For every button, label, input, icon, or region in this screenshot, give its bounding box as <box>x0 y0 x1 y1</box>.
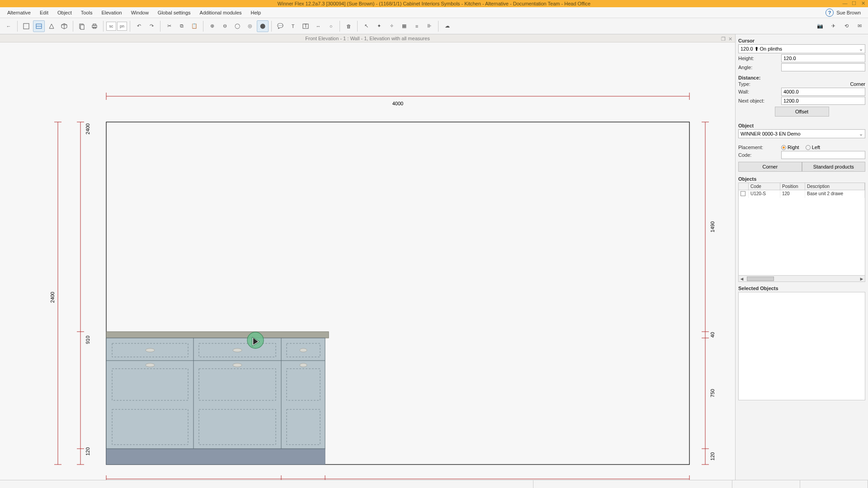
close-icon[interactable]: ✕ <box>860 0 866 6</box>
tool-plan-icon[interactable] <box>20 20 32 32</box>
menu-alternative[interactable]: Alternative <box>3 9 35 17</box>
scroll-thumb[interactable] <box>747 277 774 281</box>
render-icon[interactable]: ☁ <box>441 20 453 32</box>
tool-perspective-icon[interactable] <box>46 20 57 32</box>
zoom-fit-icon[interactable]: ◎ <box>244 20 256 32</box>
maximize-icon[interactable]: ☐ <box>851 0 857 6</box>
drawing-canvas[interactable]: 4000 2400 2400 910 120 1490 <box>0 42 735 480</box>
view-close-icon[interactable]: ✕ <box>728 35 732 43</box>
code-label: Code: <box>738 152 781 158</box>
zoom-extents-icon[interactable]: ⬤ <box>257 20 269 32</box>
zoom-in-icon[interactable]: ⊕ <box>206 20 218 32</box>
header-description[interactable]: Description <box>805 183 865 190</box>
cursor-select[interactable]: 120.0 ⬆ On plinths ⌄ <box>738 44 865 53</box>
menubar: Alternative Edit Object Tools Elevation … <box>0 7 868 18</box>
dimension-icon[interactable]: ↔ <box>312 20 324 32</box>
angle-label: Angle: <box>738 65 781 70</box>
placement-right-radio[interactable]: Right <box>781 145 799 150</box>
distance-section-label: Distance: <box>738 75 865 80</box>
object-catalog-value: WINNER 0000-3 EN Demo <box>741 131 801 136</box>
camera-icon[interactable]: 📷 <box>814 20 826 32</box>
menu-edit[interactable]: Edit <box>35 9 53 17</box>
zoom-out-icon[interactable]: ⊖ <box>219 20 231 32</box>
menu-object[interactable]: Object <box>53 9 76 17</box>
table-hscroll[interactable]: ◄ ► <box>739 275 865 282</box>
selected-objects-list[interactable] <box>738 292 865 400</box>
view-title: Front Elevation - 1 : Wall - 1, Elevatio… <box>305 36 429 41</box>
svg-point-45 <box>300 348 307 352</box>
note-icon[interactable]: 💬 <box>274 20 286 32</box>
next-object-label: Next object: <box>738 98 781 103</box>
grid-icon[interactable]: ▦ <box>398 20 410 32</box>
tool-copy-icon[interactable] <box>76 20 88 32</box>
svg-point-44 <box>233 348 242 352</box>
copy2-icon[interactable]: ⧉ <box>176 20 188 32</box>
help-icon[interactable]: ? <box>826 9 834 17</box>
tool-print-icon[interactable] <box>89 20 100 32</box>
zoom-window-icon[interactable]: ◯ <box>231 20 243 32</box>
text-icon[interactable]: T <box>287 20 299 32</box>
tool-3d-icon[interactable] <box>58 20 70 32</box>
next-object-input[interactable] <box>781 97 865 105</box>
circle-icon[interactable]: ○ <box>325 20 337 32</box>
table-row[interactable]: U120-S 120 Base unit 2 drawe <box>739 190 865 198</box>
header-position[interactable]: Position <box>780 183 805 190</box>
menu-elevation[interactable]: Elevation <box>97 9 126 17</box>
scale-pn-box[interactable]: pn <box>117 22 127 31</box>
svg-rect-34 <box>106 332 329 338</box>
wall-input[interactable] <box>781 88 865 96</box>
back-icon[interactable]: ← <box>3 20 14 32</box>
selected-objects-label: Selected Objects <box>738 286 865 291</box>
object-catalog-select[interactable]: WINNER 0000-3 EN Demo ⌄ <box>738 129 865 138</box>
properties-panel: Cursor 120.0 ⬆ On plinths ⌄ Height: Angl… <box>735 34 868 480</box>
scroll-left-icon[interactable]: ◄ <box>739 276 745 282</box>
menu-global-settings[interactable]: Global settings <box>153 9 195 17</box>
scale-sc-box[interactable]: sc <box>106 22 116 31</box>
cut-icon[interactable]: ✂ <box>163 20 175 32</box>
angle-input[interactable] <box>781 63 865 71</box>
mail-icon[interactable]: ✉ <box>854 20 865 32</box>
svg-rect-0 <box>24 23 29 29</box>
dim-left-120: 120 <box>85 447 90 455</box>
undo-icon[interactable]: ↶ <box>133 20 145 32</box>
snap2-icon[interactable]: ✧ <box>386 20 397 32</box>
corner-button[interactable]: Corner <box>738 162 802 172</box>
minimize-icon[interactable]: — <box>842 0 848 6</box>
radio-icon <box>781 145 786 150</box>
share-icon[interactable]: ⟲ <box>840 20 852 32</box>
snap-icon[interactable]: ✦ <box>373 20 385 32</box>
offset-button[interactable]: Offset <box>775 107 829 117</box>
menu-additional-modules[interactable]: Additional modules <box>195 9 246 17</box>
delete-icon[interactable]: 🗑 <box>343 20 354 32</box>
text-frame-icon[interactable]: T <box>300 20 311 32</box>
scroll-right-icon[interactable]: ► <box>859 276 865 282</box>
chevron-down-icon: ⌄ <box>859 46 863 52</box>
statusbar <box>0 480 868 488</box>
view-header: Front Elevation - 1 : Wall - 1, Elevatio… <box>0 34 735 42</box>
align-icon[interactable]: ≡ <box>411 20 423 32</box>
redo-icon[interactable]: ↷ <box>146 20 157 32</box>
placement-left-radio[interactable]: Left <box>806 145 820 150</box>
code-input[interactable] <box>781 151 865 159</box>
row-code: U120-S <box>749 190 780 198</box>
svg-point-43 <box>146 348 155 352</box>
view-restore-icon[interactable]: ❐ <box>721 35 726 43</box>
header-code[interactable]: Code <box>749 183 780 190</box>
send-icon[interactable]: ✈ <box>827 20 839 32</box>
menu-help[interactable]: Help <box>246 9 266 17</box>
align2-icon[interactable]: ⊪ <box>424 20 435 32</box>
menu-window[interactable]: Window <box>127 9 153 17</box>
svg-text:T: T <box>304 23 307 28</box>
menu-tools[interactable]: Tools <box>76 9 97 17</box>
height-label: Height: <box>738 56 781 61</box>
paste-icon[interactable]: 📋 <box>189 20 200 32</box>
tool-elevation-icon[interactable] <box>33 20 45 32</box>
select-icon[interactable]: ↖ <box>360 20 372 32</box>
row-checkbox[interactable] <box>741 191 745 196</box>
wall-label: Wall: <box>738 89 781 94</box>
cursor-value-text: On plinths <box>760 46 783 52</box>
standard-products-button[interactable]: Standard products <box>802 162 866 172</box>
type-label: Type: <box>738 81 781 87</box>
height-input[interactable] <box>781 54 865 62</box>
svg-rect-5 <box>80 25 84 29</box>
